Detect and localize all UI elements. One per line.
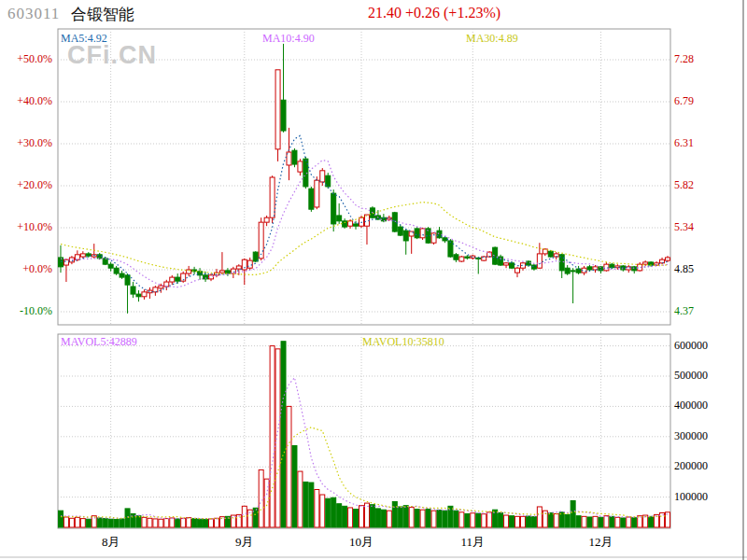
right-axis-tick: 5.82 xyxy=(674,178,694,192)
volume-bar-up xyxy=(315,490,319,528)
volume-bar-down xyxy=(476,513,481,527)
volume-bar-up xyxy=(63,517,68,527)
candle-body-down xyxy=(392,213,397,231)
candle-body-down xyxy=(331,193,336,224)
volume-bar-down xyxy=(176,519,180,527)
candle-body-up xyxy=(515,268,520,273)
candle-body-down xyxy=(120,273,124,277)
candle-body-down xyxy=(136,294,141,297)
volume-bar-down xyxy=(343,506,347,527)
volume-bar-up xyxy=(275,349,280,527)
candle-body-up xyxy=(643,262,648,264)
right-axis-tick: 6.79 xyxy=(674,94,694,108)
candle-body-up xyxy=(153,287,158,292)
volume-bar-down xyxy=(565,514,570,527)
candle-body-up xyxy=(247,260,252,268)
candle-body-down xyxy=(103,259,107,264)
volume-bar-down xyxy=(587,517,592,527)
candle-body-up xyxy=(315,180,319,207)
left-axis-tick: +10.0% xyxy=(4,220,52,234)
volume-bar-up xyxy=(298,471,303,527)
volume-bar-down xyxy=(454,511,458,527)
mavol5-label: MAVOL5:42889 xyxy=(61,335,137,349)
right-axis-tick: 4.85 xyxy=(674,262,694,276)
volume-bar-down xyxy=(86,519,91,527)
candle-body-up xyxy=(159,286,163,288)
volume-bar-up xyxy=(359,506,364,527)
candle-body-down xyxy=(548,251,553,257)
ma5-label: MA5:4.92 xyxy=(61,32,107,46)
volume-bar-down xyxy=(499,512,503,527)
candle-body-down xyxy=(108,264,113,268)
volume-bar-down xyxy=(437,511,442,527)
volume-bar-up xyxy=(287,406,291,527)
candle-body-up xyxy=(298,161,303,172)
candle-body-down xyxy=(493,247,498,264)
candle-body-down xyxy=(443,238,447,241)
volume-bar-down xyxy=(192,519,197,527)
volume-bar-up xyxy=(259,469,263,527)
volume-bar-up xyxy=(270,346,275,527)
volume-bar-up xyxy=(431,511,436,527)
left-axis-tick: -10.0% xyxy=(4,304,52,318)
volume-bar-up xyxy=(471,513,475,527)
candle-body-up xyxy=(320,171,325,182)
volume-bar-up xyxy=(615,517,620,527)
volume-bar-down xyxy=(559,512,564,527)
volume-bar-down xyxy=(58,511,63,527)
volume-bar-up xyxy=(187,518,191,527)
volume-bar-up xyxy=(181,518,186,527)
candle-body-down xyxy=(510,263,514,268)
volume-bar-up xyxy=(409,508,414,527)
volume-bar-up xyxy=(515,516,520,527)
volume-axis-tick: 400000 xyxy=(674,399,708,413)
volume-axis-tick: 200000 xyxy=(674,459,708,473)
volume-bar-down xyxy=(354,510,359,527)
volume-bar-down xyxy=(108,519,113,527)
volume-bar-down xyxy=(309,483,314,527)
volume-bar-down xyxy=(97,518,102,527)
candle-body-down xyxy=(114,268,119,273)
pane-border xyxy=(58,29,670,325)
candle-body-up xyxy=(504,263,509,265)
volume-bar-down xyxy=(114,520,119,527)
candle-body-down xyxy=(465,257,470,258)
volume-bar-down xyxy=(465,513,470,527)
candle-body-up xyxy=(148,290,152,293)
volume-bar-down xyxy=(370,505,374,527)
candle-body-down xyxy=(565,268,570,273)
volume-bar-down xyxy=(531,517,536,527)
volume-bar-up xyxy=(320,495,325,527)
ma30-label: MA30:4.89 xyxy=(466,32,518,46)
candle-body-down xyxy=(131,287,135,294)
candle-body-down xyxy=(292,150,297,164)
candle-body-up xyxy=(537,254,542,268)
candle-body-up xyxy=(543,249,547,254)
volume-bar-down xyxy=(303,482,308,527)
candle-body-up xyxy=(219,271,224,273)
volume-bar-up xyxy=(69,518,74,527)
volume-bar-down xyxy=(571,500,575,527)
volume-bar-up xyxy=(148,518,152,527)
right-axis-tick: 6.31 xyxy=(674,136,694,150)
volume-bar-down xyxy=(426,510,430,527)
volume-axis-tick: 100000 xyxy=(674,490,708,504)
right-axis-tick: 5.34 xyxy=(674,220,694,234)
left-axis-tick: +0.0% xyxy=(4,262,52,276)
volume-bar-down xyxy=(375,509,380,527)
candle-body-down xyxy=(610,264,614,268)
volume-bar-down xyxy=(649,516,654,527)
volume-bar-down xyxy=(415,510,419,527)
volume-bar-down xyxy=(443,511,447,527)
volume-bar-down xyxy=(576,516,581,527)
volume-bar-down xyxy=(204,520,208,527)
candle-body-up xyxy=(666,258,670,260)
volume-bar-down xyxy=(632,518,637,527)
left-axis-tick: +30.0% xyxy=(4,136,52,150)
volume-axis-tick: 500000 xyxy=(674,369,708,383)
mavol5-line xyxy=(61,378,668,519)
volume-bar-down xyxy=(292,446,297,527)
candlestick-volume-plot xyxy=(0,0,747,560)
volume-bar-down xyxy=(253,508,258,527)
right-axis-tick: 4.37 xyxy=(674,304,694,318)
